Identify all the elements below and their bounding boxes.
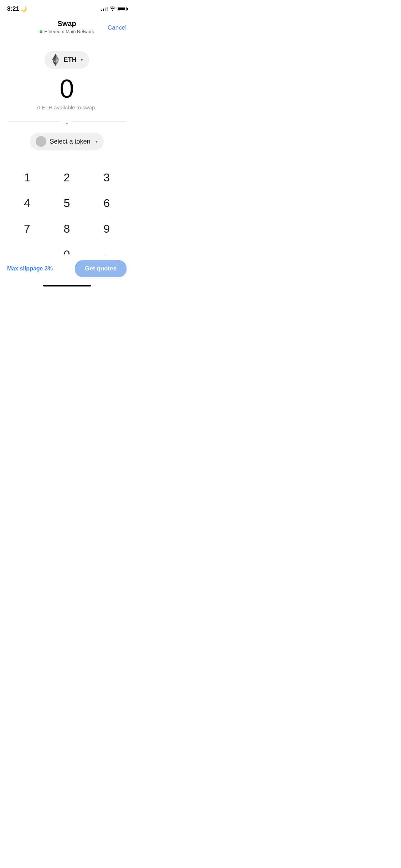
key-5[interactable]: 5 bbox=[47, 190, 87, 216]
main-content: ETH ▼ 0 0 ETH available to swap. ↓ Selec… bbox=[0, 40, 134, 267]
to-token-dropdown-icon: ▼ bbox=[95, 140, 98, 144]
header-subtitle: Ethereum Main Network bbox=[40, 29, 94, 34]
network-name: Ethereum Main Network bbox=[44, 29, 94, 34]
key-6[interactable]: 6 bbox=[87, 190, 127, 216]
select-token-label: Select a token bbox=[50, 138, 91, 145]
home-indicator bbox=[43, 285, 91, 286]
swap-direction-icon: ↓ bbox=[61, 117, 72, 126]
moon-icon: 🌙 bbox=[21, 6, 27, 12]
network-status-dot bbox=[40, 30, 42, 33]
key-8[interactable]: 8 bbox=[47, 216, 87, 242]
keypad: 123456789.0← bbox=[7, 165, 127, 267]
wifi-icon bbox=[110, 6, 115, 12]
signal-icon bbox=[101, 7, 108, 11]
token-placeholder-icon bbox=[36, 136, 46, 147]
to-token-selector[interactable]: Select a token ▼ bbox=[30, 133, 104, 150]
cancel-button[interactable]: Cancel bbox=[108, 24, 127, 31]
page-header: Swap Ethereum Main Network Cancel bbox=[0, 16, 134, 40]
key-7[interactable]: 7 bbox=[7, 216, 47, 242]
status-bar: 8:21 🌙 bbox=[0, 0, 134, 16]
page-title: Swap bbox=[40, 19, 94, 28]
max-slippage-button[interactable]: Max slippage 3% bbox=[7, 265, 53, 272]
eth-icon bbox=[50, 55, 61, 65]
get-quotes-button[interactable]: Get quotes bbox=[75, 260, 127, 277]
header-title-group: Swap Ethereum Main Network bbox=[40, 19, 94, 34]
key-2[interactable]: 2 bbox=[47, 165, 87, 190]
from-token-label: ETH bbox=[64, 56, 77, 64]
divider-line-left bbox=[7, 122, 61, 122]
key-3[interactable]: 3 bbox=[87, 165, 127, 190]
battery-icon bbox=[118, 7, 127, 11]
available-text: 0 ETH available to swap. bbox=[37, 104, 97, 110]
from-token-dropdown-icon: ▼ bbox=[80, 58, 84, 62]
key-1[interactable]: 1 bbox=[7, 165, 47, 190]
status-icons bbox=[101, 6, 127, 12]
key-4[interactable]: 4 bbox=[7, 190, 47, 216]
from-token-selector[interactable]: ETH ▼ bbox=[45, 51, 89, 69]
amount-display: 0 bbox=[60, 76, 74, 102]
bottom-bar: Max slippage 3% Get quotes bbox=[0, 254, 134, 289]
time-display: 8:21 bbox=[7, 5, 19, 12]
key-9[interactable]: 9 bbox=[87, 216, 127, 242]
swap-divider: ↓ bbox=[7, 117, 127, 126]
divider-line-right bbox=[72, 122, 127, 122]
status-time: 8:21 🌙 bbox=[7, 5, 27, 12]
